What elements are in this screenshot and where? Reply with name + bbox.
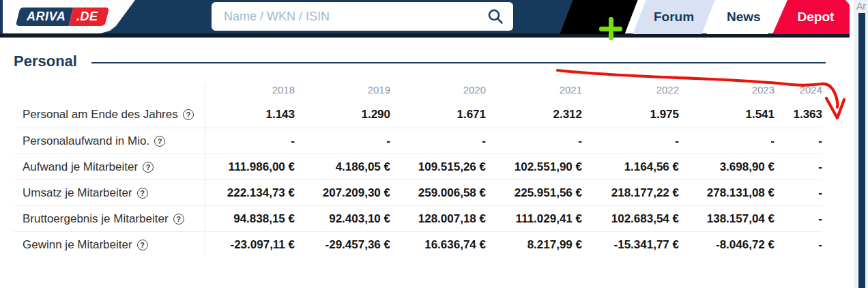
- metric-value: 1.671: [390, 102, 486, 128]
- metric-label: Bruttoergebnis je Mitarbeiter: [23, 212, 169, 226]
- personal-table: 2018 2019 2020 2021 2022 2023 2024 Perso…: [14, 83, 822, 257]
- year-header: 2020: [390, 83, 486, 102]
- logo-tld-segment: .DE: [69, 8, 109, 26]
- logo-brand-segment: ARIVA: [16, 8, 74, 26]
- metric-value: -: [775, 154, 822, 179]
- metric-value: -29.457,36 €: [295, 232, 390, 257]
- metric-label: Personalaufwand in Mio.: [23, 134, 149, 148]
- metric-value: 94.838,15 €: [205, 206, 295, 231]
- metric-value: 138.157,04 €: [679, 206, 775, 231]
- metric-value: -15.341,77 €: [582, 232, 679, 257]
- logo-brand-text: ARIVA: [27, 10, 66, 24]
- year-header: 2021: [486, 83, 582, 102]
- metric-label-cell: Personalaufwand in Mio. ?: [14, 128, 205, 154]
- metric-value: 111.986,00 €: [205, 154, 295, 179]
- metric-value: 225.951,56 €: [486, 180, 582, 205]
- table-row: Bruttoergebnis je Mitarbeiter ? 94.838,1…: [14, 205, 822, 231]
- metric-value: -: [775, 128, 822, 154]
- metric-value: -: [582, 128, 679, 154]
- metric-value: -: [775, 180, 822, 205]
- metric-value: -: [486, 128, 582, 154]
- right-edge-navy-bar: [858, 13, 865, 288]
- title-rule: [91, 62, 826, 63]
- search-box: [212, 2, 513, 31]
- metric-value: 16.636,74 €: [390, 232, 486, 257]
- metric-label-cell: Bruttoergebnis je Mitarbeiter ?: [14, 206, 205, 231]
- help-icon[interactable]: ?: [173, 214, 184, 225]
- add-button[interactable]: [560, 0, 637, 34]
- metric-value: 8.217,99 €: [486, 232, 582, 257]
- logo-tld-text: .DE: [76, 10, 98, 24]
- table-row: Umsatz je Mitarbeiter ? 222.134,73 € 207…: [14, 179, 822, 205]
- metric-label-cell: Umsatz je Mitarbeiter ?: [14, 180, 205, 205]
- metric-value: 278.131,08 €: [679, 180, 775, 205]
- year-header-spacer: [14, 83, 205, 102]
- metric-value: -: [775, 232, 822, 257]
- metric-value: 259.006,58 €: [390, 180, 486, 205]
- metric-label-cell: Gewinn je Mitarbeiter ?: [14, 232, 205, 257]
- year-header: 2019: [295, 83, 390, 102]
- help-icon[interactable]: ?: [137, 188, 148, 199]
- metric-label: Aufwand je Mitarbeiter: [23, 160, 138, 174]
- metric-label: Umsatz je Mitarbeiter: [23, 186, 132, 200]
- metric-value: 92.403,10 €: [295, 206, 390, 231]
- help-icon[interactable]: ?: [154, 136, 165, 147]
- metric-value: 102.551,90 €: [486, 154, 582, 179]
- table-row: Personalaufwand in Mio. ? - - - - - - -: [14, 128, 822, 154]
- metric-value: -8.046,72 €: [679, 232, 775, 257]
- metric-value: -23.097,11 €: [205, 232, 295, 257]
- metric-value: 3.698,90 €: [679, 154, 775, 179]
- search-icon[interactable]: [487, 8, 504, 25]
- year-header: 2018: [205, 83, 295, 102]
- metric-label-cell: Personal am Ende des Jahres ?: [14, 102, 205, 128]
- metric-value: 109.515,26 €: [390, 154, 486, 179]
- metric-value: 218.177,22 €: [582, 180, 679, 205]
- metric-value: 1.363: [775, 102, 822, 128]
- metric-value: 207.209,30 €: [295, 180, 390, 205]
- metric-value: -: [205, 128, 295, 154]
- metric-value: -: [775, 206, 822, 231]
- tab-forum-label: Forum: [654, 10, 694, 25]
- year-header: 2024: [775, 83, 822, 102]
- metric-value: 1.164,56 €: [582, 154, 679, 179]
- table-row: Gewinn je Mitarbeiter ? -23.097,11 € -29…: [14, 231, 822, 257]
- metric-value: 128.007,18 €: [390, 206, 486, 231]
- metric-value: 111.029,41 €: [486, 206, 582, 231]
- tab-forum[interactable]: Forum: [633, 0, 714, 34]
- year-header: 2023: [679, 83, 775, 102]
- metric-label: Gewinn je Mitarbeiter: [23, 238, 132, 252]
- metric-value: -: [679, 128, 775, 154]
- help-icon[interactable]: ?: [143, 162, 154, 173]
- tab-depot[interactable]: Depot: [772, 0, 850, 34]
- metric-label-cell: Aufwand je Mitarbeiter ?: [14, 154, 205, 179]
- year-header: 2022: [582, 83, 679, 102]
- tab-news-label: News: [727, 10, 761, 25]
- metric-value: 222.134,73 €: [205, 180, 295, 205]
- metric-label: Personal am Ende des Jahres: [23, 108, 178, 121]
- metric-value: 4.186,05 €: [295, 154, 390, 179]
- metric-value: -: [390, 128, 486, 154]
- help-icon[interactable]: ?: [183, 109, 194, 120]
- table-row: Aufwand je Mitarbeiter ? 111.986,00 € 4.…: [14, 154, 822, 179]
- year-header-row: 2018 2019 2020 2021 2022 2023 2024: [14, 83, 822, 102]
- column-divider: [205, 83, 205, 257]
- metric-value: 102.683,54 €: [582, 206, 679, 231]
- ariva-logo[interactable]: ARIVA .DE: [16, 8, 109, 26]
- search-input[interactable]: [212, 10, 487, 24]
- help-icon[interactable]: ?: [137, 240, 148, 250]
- page-title: Personal: [14, 53, 77, 70]
- metric-value: 1.975: [582, 102, 679, 128]
- tab-depot-label: Depot: [798, 10, 835, 25]
- tab-news[interactable]: News: [706, 0, 781, 34]
- metric-value: 1.143: [205, 102, 295, 128]
- right-edge-clipped-text: Ar: [856, 1, 866, 12]
- metric-value: 1.290: [295, 102, 390, 128]
- metric-value: 1.541: [679, 102, 775, 128]
- table-row: Personal am Ende des Jahres ? 1.143 1.29…: [14, 102, 822, 128]
- metric-value: -: [295, 128, 390, 154]
- metric-value: 2.312: [486, 102, 582, 128]
